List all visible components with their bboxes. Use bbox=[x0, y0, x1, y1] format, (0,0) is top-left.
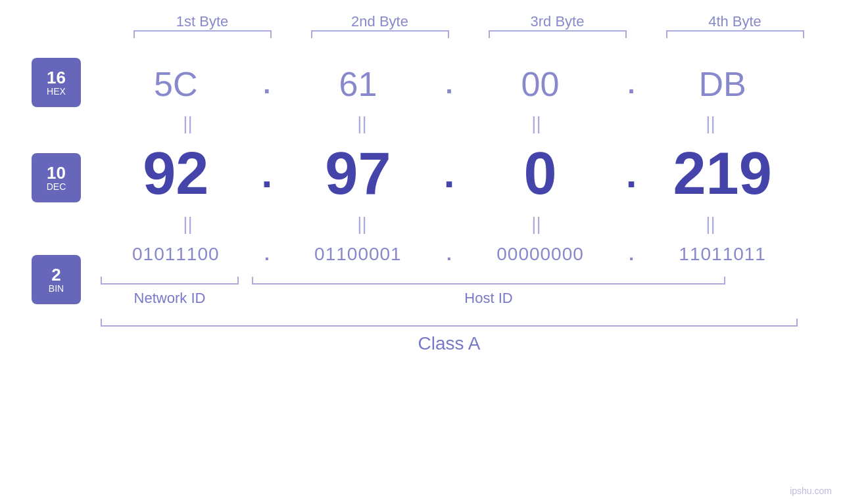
bottom-bracket-row bbox=[101, 277, 798, 285]
class-full-bracket bbox=[101, 319, 798, 327]
hex-byte4: DB bbox=[654, 58, 792, 110]
bracket-2 bbox=[311, 30, 449, 38]
bin-number: 2 bbox=[51, 266, 60, 283]
bin-row: 01011100 . 01100001 . 00000000 . 1101101… bbox=[101, 237, 798, 271]
hex-byte3: 00 bbox=[471, 58, 610, 110]
dec-byte1: 92 bbox=[107, 137, 245, 211]
class-bracket-row: Class A bbox=[101, 319, 798, 354]
dec-number: 10 bbox=[47, 164, 66, 181]
host-id-label: Host ID bbox=[252, 290, 725, 307]
bracket-3 bbox=[489, 30, 627, 38]
base-labels: 16 HEX 10 DEC 2 BIN bbox=[32, 58, 81, 304]
hex-row: 5C . 61 . 00 . DB bbox=[101, 58, 798, 110]
dot-dec-1: . bbox=[257, 151, 277, 196]
dot-hex-1: . bbox=[257, 70, 277, 99]
byte2-header: 2nd Byte bbox=[308, 13, 452, 30]
equals-row-2: || || || || bbox=[101, 214, 798, 235]
equals-7: || bbox=[468, 214, 606, 235]
hex-badge: 16 HEX bbox=[32, 58, 81, 107]
dec-byte3: 0 bbox=[471, 137, 610, 211]
dot-hex-2: . bbox=[439, 70, 459, 99]
values-grid: 5C . 61 . 00 . DB || || || || 92 . 97 . bbox=[101, 58, 845, 354]
byte-headers: 1st Byte 2nd Byte 3rd Byte 4th Byte bbox=[114, 13, 824, 30]
dec-byte2: 97 bbox=[289, 137, 427, 211]
dot-hex-3: . bbox=[621, 70, 641, 99]
network-id-label: Network ID bbox=[101, 290, 239, 307]
dot-dec-2: . bbox=[439, 151, 459, 196]
bin-byte1: 01011100 bbox=[107, 237, 245, 271]
byte4-header: 4th Byte bbox=[663, 13, 808, 30]
class-label: Class A bbox=[101, 333, 798, 354]
equals-1: || bbox=[119, 113, 257, 134]
dot-bin-1: . bbox=[257, 244, 277, 265]
bin-name: BIN bbox=[49, 283, 64, 294]
id-labels-row: Network ID Host ID bbox=[101, 290, 798, 307]
dot-bin-2: . bbox=[439, 244, 459, 265]
top-bracket-row bbox=[114, 30, 824, 38]
bracket-4 bbox=[666, 30, 804, 38]
hex-byte2: 61 bbox=[289, 58, 427, 110]
equals-row-1: || || || || bbox=[101, 113, 798, 134]
byte1-header: 1st Byte bbox=[130, 13, 275, 30]
dec-name: DEC bbox=[47, 181, 66, 192]
dot-dec-3: . bbox=[621, 151, 641, 196]
dec-row: 92 . 97 . 0 . 219 bbox=[101, 137, 798, 211]
equals-5: || bbox=[119, 214, 257, 235]
host-bracket bbox=[252, 277, 725, 285]
dot-bin-3: . bbox=[621, 244, 641, 265]
equals-2: || bbox=[293, 113, 431, 134]
equals-6: || bbox=[293, 214, 431, 235]
equals-4: || bbox=[642, 113, 780, 134]
main-container: 1st Byte 2nd Byte 3rd Byte 4th Byte 16 H… bbox=[0, 0, 845, 504]
byte3-header: 3rd Byte bbox=[485, 13, 630, 30]
network-bracket bbox=[101, 277, 239, 285]
hex-name: HEX bbox=[47, 86, 66, 97]
bin-byte4: 11011011 bbox=[654, 237, 792, 271]
bin-byte2: 01100001 bbox=[289, 237, 427, 271]
equals-8: || bbox=[642, 214, 780, 235]
bin-badge: 2 BIN bbox=[32, 255, 81, 304]
bin-byte3: 00000000 bbox=[471, 237, 610, 271]
watermark: ipshu.com bbox=[790, 486, 832, 496]
hex-number: 16 bbox=[47, 69, 66, 86]
dec-byte4: 219 bbox=[654, 137, 792, 211]
equals-3: || bbox=[468, 113, 606, 134]
dec-badge: 10 DEC bbox=[32, 153, 81, 202]
hex-byte1: 5C bbox=[107, 58, 245, 110]
bracket-1 bbox=[133, 30, 272, 38]
